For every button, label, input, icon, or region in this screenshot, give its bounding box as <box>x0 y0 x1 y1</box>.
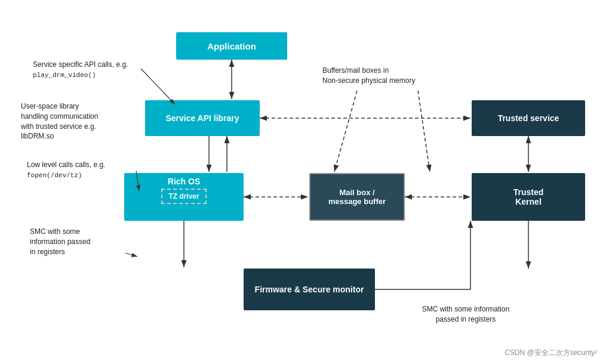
application-label: Application <box>207 41 256 51</box>
trusted-kernel-box: Trusted Kernel <box>472 173 585 221</box>
service-api-box: Service API library <box>145 100 260 136</box>
svg-line-14 <box>334 91 357 172</box>
mailbox-label: Mail box / message buffer <box>328 188 386 206</box>
mailbox-box: Mail box / message buffer <box>309 173 405 221</box>
tz-driver-label: TZ driver <box>161 189 206 204</box>
trusted-service-box: Trusted service <box>472 100 585 136</box>
low-level-label: Low level calls calls, e.g.fopen(/dev/tz… <box>27 160 134 180</box>
rich-os-box: Rich OS TZ driver <box>124 173 244 221</box>
service-api-label: Service API library <box>165 113 239 123</box>
rich-os-label: Rich OS <box>168 177 200 186</box>
firmware-box: Firmware & Secure monitor <box>244 269 375 310</box>
library-desc-label: User-space libraryhandling communication… <box>21 101 131 141</box>
buffers-label: Buffers/mail boxes inNon-secure physical… <box>322 66 448 86</box>
smc-right-label: SMC with some informationpassed in regis… <box>400 304 531 325</box>
application-box: Application <box>176 32 287 60</box>
svg-line-16 <box>141 69 175 104</box>
firmware-label: Firmware & Secure monitor <box>255 285 364 294</box>
api-calls-label: Service specific API calls, e.g.play_drm… <box>33 60 140 80</box>
svg-line-15 <box>418 91 430 172</box>
smc-left-label: SMC with someinformation passedin regist… <box>30 227 131 257</box>
watermark: CSDN @安全二次方security² <box>505 348 597 358</box>
diagram: Application Service API library Rich OS … <box>0 0 609 364</box>
trusted-kernel-label: Trusted Kernel <box>513 187 544 206</box>
trusted-service-label: Trusted service <box>498 113 559 123</box>
